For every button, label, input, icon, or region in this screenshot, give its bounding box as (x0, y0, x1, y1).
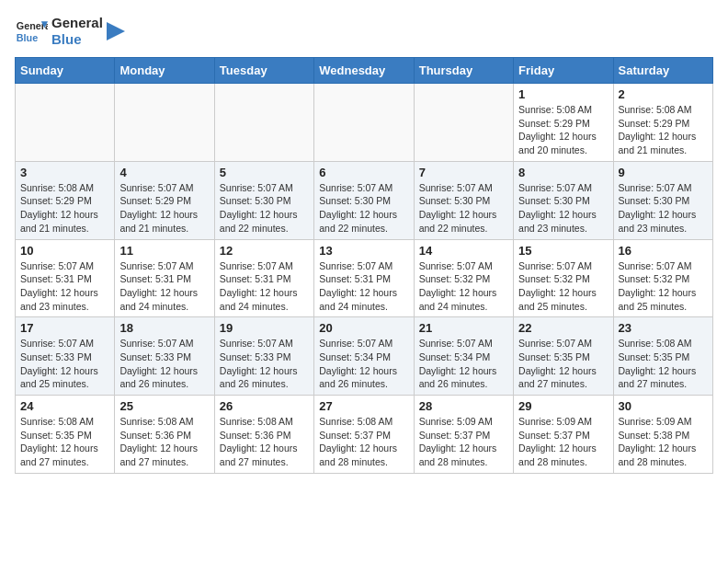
calendar-cell: 15Sunrise: 5:07 AMSunset: 5:32 PMDayligh… (514, 239, 613, 317)
day-info: Sunrise: 5:07 AMSunset: 5:34 PMDaylight:… (319, 337, 408, 391)
day-info: Sunrise: 5:07 AMSunset: 5:31 PMDaylight:… (20, 259, 109, 314)
calendar-cell: 22Sunrise: 5:07 AMSunset: 5:35 PMDayligh… (514, 317, 613, 396)
calendar-cell: 25Sunrise: 5:08 AMSunset: 5:36 PMDayligh… (115, 396, 214, 474)
calendar-cell: 21Sunrise: 5:07 AMSunset: 5:34 PMDayligh… (414, 317, 513, 396)
calendar-cell: 19Sunrise: 5:07 AMSunset: 5:33 PMDayligh… (214, 317, 313, 396)
day-number: 11 (119, 244, 209, 258)
logo-icon: General Blue (15, 15, 48, 48)
calendar-cell: 8Sunrise: 5:07 AMSunset: 5:30 PMDaylight… (514, 161, 613, 239)
day-info: Sunrise: 5:07 AMSunset: 5:34 PMDaylight:… (419, 337, 508, 391)
calendar-week-row: 10Sunrise: 5:07 AMSunset: 5:31 PMDayligh… (16, 239, 713, 317)
day-number: 14 (419, 244, 508, 258)
day-number: 16 (619, 244, 708, 258)
calendar-cell: 27Sunrise: 5:08 AMSunset: 5:37 PMDayligh… (314, 396, 414, 474)
day-number: 9 (619, 166, 708, 179)
col-header-monday: Monday (115, 58, 214, 84)
calendar-cell: 18Sunrise: 5:07 AMSunset: 5:33 PMDayligh… (115, 317, 214, 396)
day-info: Sunrise: 5:07 AMSunset: 5:30 PMDaylight:… (319, 181, 408, 236)
day-info: Sunrise: 5:07 AMSunset: 5:31 PMDaylight:… (319, 259, 408, 314)
day-number: 15 (518, 244, 608, 258)
logo-blue: Blue (51, 31, 103, 48)
day-info: Sunrise: 5:07 AMSunset: 5:33 PMDaylight:… (119, 337, 209, 391)
day-info: Sunrise: 5:07 AMSunset: 5:32 PMDaylight:… (619, 259, 708, 314)
day-info: Sunrise: 5:07 AMSunset: 5:32 PMDaylight:… (419, 259, 508, 314)
calendar-cell: 14Sunrise: 5:07 AMSunset: 5:32 PMDayligh… (414, 239, 513, 317)
calendar-cell: 26Sunrise: 5:08 AMSunset: 5:36 PMDayligh… (214, 396, 313, 474)
logo-general: General (51, 15, 103, 31)
day-info: Sunrise: 5:08 AMSunset: 5:36 PMDaylight:… (119, 415, 209, 469)
calendar-cell: 23Sunrise: 5:08 AMSunset: 5:35 PMDayligh… (613, 317, 712, 396)
calendar-week-row: 3Sunrise: 5:08 AMSunset: 5:29 PMDaylight… (16, 161, 713, 239)
day-number: 23 (619, 321, 708, 335)
day-info: Sunrise: 5:07 AMSunset: 5:32 PMDaylight:… (518, 259, 608, 314)
calendar-cell: 20Sunrise: 5:07 AMSunset: 5:34 PMDayligh… (314, 317, 414, 396)
col-header-tuesday: Tuesday (214, 58, 313, 84)
col-header-wednesday: Wednesday (314, 58, 414, 84)
calendar-cell: 4Sunrise: 5:07 AMSunset: 5:29 PMDaylight… (115, 161, 214, 239)
day-info: Sunrise: 5:07 AMSunset: 5:31 PMDaylight:… (220, 259, 309, 314)
day-info: Sunrise: 5:08 AMSunset: 5:36 PMDaylight:… (220, 415, 309, 469)
calendar-cell (115, 84, 214, 162)
calendar-cell: 30Sunrise: 5:09 AMSunset: 5:38 PMDayligh… (613, 396, 712, 474)
day-number: 21 (419, 321, 508, 335)
calendar-cell: 7Sunrise: 5:07 AMSunset: 5:30 PMDaylight… (414, 161, 513, 239)
day-number: 19 (220, 321, 309, 335)
day-number: 6 (319, 166, 408, 179)
calendar-cell: 9Sunrise: 5:07 AMSunset: 5:30 PMDaylight… (613, 161, 712, 239)
svg-text:Blue: Blue (17, 32, 38, 43)
day-info: Sunrise: 5:07 AMSunset: 5:35 PMDaylight:… (518, 337, 608, 391)
calendar-week-row: 1Sunrise: 5:08 AMSunset: 5:29 PMDaylight… (16, 84, 713, 162)
svg-marker-3 (107, 22, 125, 40)
page-header: General Blue General Blue (15, 15, 713, 48)
day-number: 8 (518, 166, 608, 179)
day-number: 17 (20, 321, 109, 335)
calendar-week-row: 24Sunrise: 5:08 AMSunset: 5:35 PMDayligh… (16, 396, 713, 474)
day-info: Sunrise: 5:07 AMSunset: 5:30 PMDaylight:… (518, 181, 608, 236)
col-header-sunday: Sunday (16, 58, 115, 84)
calendar-table: SundayMondayTuesdayWednesdayThursdayFrid… (15, 57, 713, 474)
day-info: Sunrise: 5:08 AMSunset: 5:37 PMDaylight:… (319, 415, 408, 469)
day-info: Sunrise: 5:09 AMSunset: 5:37 PMDaylight:… (518, 415, 608, 469)
day-info: Sunrise: 5:08 AMSunset: 5:35 PMDaylight:… (619, 337, 708, 391)
day-number: 25 (119, 399, 209, 413)
calendar-cell: 24Sunrise: 5:08 AMSunset: 5:35 PMDayligh… (16, 396, 115, 474)
day-info: Sunrise: 5:08 AMSunset: 5:35 PMDaylight:… (20, 415, 109, 469)
day-info: Sunrise: 5:07 AMSunset: 5:33 PMDaylight:… (220, 337, 309, 391)
calendar-cell (314, 84, 414, 162)
col-header-friday: Friday (514, 58, 613, 84)
day-number: 28 (419, 399, 508, 413)
day-number: 30 (619, 399, 708, 413)
calendar-cell (214, 84, 313, 162)
day-info: Sunrise: 5:08 AMSunset: 5:29 PMDaylight:… (619, 103, 708, 157)
calendar-cell: 10Sunrise: 5:07 AMSunset: 5:31 PMDayligh… (16, 239, 115, 317)
day-number: 24 (20, 399, 109, 413)
calendar-cell: 6Sunrise: 5:07 AMSunset: 5:30 PMDaylight… (314, 161, 414, 239)
day-number: 13 (319, 244, 408, 258)
calendar-cell: 12Sunrise: 5:07 AMSunset: 5:31 PMDayligh… (214, 239, 313, 317)
calendar-cell: 2Sunrise: 5:08 AMSunset: 5:29 PMDaylight… (613, 84, 712, 162)
day-number: 5 (220, 166, 309, 179)
day-number: 3 (20, 166, 109, 179)
calendar-cell: 28Sunrise: 5:09 AMSunset: 5:37 PMDayligh… (414, 396, 513, 474)
calendar-cell: 17Sunrise: 5:07 AMSunset: 5:33 PMDayligh… (16, 317, 115, 396)
calendar-cell: 13Sunrise: 5:07 AMSunset: 5:31 PMDayligh… (314, 239, 414, 317)
day-info: Sunrise: 5:09 AMSunset: 5:38 PMDaylight:… (619, 415, 708, 469)
logo: General Blue General Blue (15, 15, 125, 48)
day-number: 1 (518, 87, 608, 101)
day-info: Sunrise: 5:08 AMSunset: 5:29 PMDaylight:… (518, 103, 608, 157)
calendar-week-row: 17Sunrise: 5:07 AMSunset: 5:33 PMDayligh… (16, 317, 713, 396)
day-info: Sunrise: 5:07 AMSunset: 5:30 PMDaylight:… (220, 181, 309, 236)
day-number: 2 (619, 87, 708, 101)
day-number: 12 (220, 244, 309, 258)
day-number: 27 (319, 399, 408, 413)
day-number: 26 (220, 399, 309, 413)
calendar-cell: 5Sunrise: 5:07 AMSunset: 5:30 PMDaylight… (214, 161, 313, 239)
day-number: 4 (119, 166, 209, 179)
day-info: Sunrise: 5:09 AMSunset: 5:37 PMDaylight:… (419, 415, 508, 469)
day-number: 18 (119, 321, 209, 335)
day-number: 20 (319, 321, 408, 335)
calendar-cell: 29Sunrise: 5:09 AMSunset: 5:37 PMDayligh… (514, 396, 613, 474)
arrow-icon (107, 22, 125, 40)
calendar-cell: 3Sunrise: 5:08 AMSunset: 5:29 PMDaylight… (16, 161, 115, 239)
day-info: Sunrise: 5:07 AMSunset: 5:30 PMDaylight:… (619, 181, 708, 236)
